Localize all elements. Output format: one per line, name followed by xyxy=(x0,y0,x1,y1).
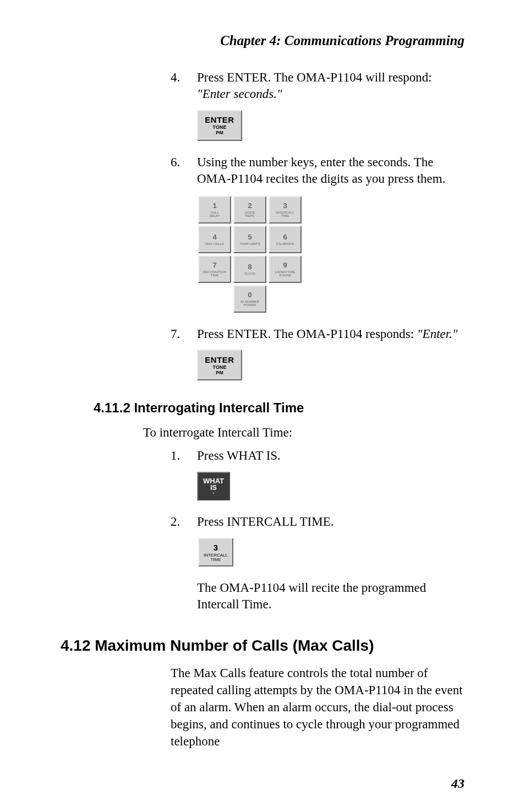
section-4-12-para: The Max Calls feature controls the total… xyxy=(171,664,464,750)
key-5: 5TEMP LIMITS xyxy=(233,226,266,253)
intercall-key-graphic: 3 INTERCALL TIME xyxy=(197,538,464,566)
key-7: 7RECOGNITIONTIME xyxy=(198,255,231,283)
key-6: 6CALIBRATE xyxy=(269,226,302,253)
step-2-result-row: The OMA-P1104 will recite the programmed… xyxy=(171,580,464,613)
digit: 0 xyxy=(248,291,251,299)
l: TIME xyxy=(210,557,221,562)
enter-key-label: ENTER xyxy=(205,115,234,124)
whatis-line2: IS xyxy=(210,485,216,491)
key-label: RECOGNITIONTIME xyxy=(203,270,226,277)
key-label: CLOCK xyxy=(244,272,256,275)
key-label: INTERCALLTIME xyxy=(276,211,294,217)
key-2: 2VOICEREPS xyxy=(233,196,266,224)
key-label: MAX CALLS xyxy=(205,242,224,246)
key-9: 9LISTEN TIMESOUND xyxy=(269,255,302,283)
step-text: Press WHAT IS. xyxy=(197,448,464,464)
enter-key-label: ENTER xyxy=(205,355,234,364)
digit: 7 xyxy=(212,261,216,269)
step-text: Press ENTER. The OMA-P1104 will respond:… xyxy=(197,69,464,102)
digit: 8 xyxy=(248,263,251,271)
chapter-header: Chapter 4: Communications Programming xyxy=(94,33,464,48)
step-text: Press INTERCALL TIME. xyxy=(197,514,464,530)
enter-key-sub2: PM xyxy=(216,130,223,135)
step-number: 4. xyxy=(171,69,197,102)
key-8: 8CLOCK xyxy=(233,255,266,283)
key-4: 4MAX CALLS xyxy=(198,226,231,253)
step-number: 2. xyxy=(171,514,197,530)
enter-key-graphic-2: ENTER TONE PM xyxy=(197,350,464,380)
enter-key: ENTER TONE PM xyxy=(197,350,242,380)
step-7-text: Press ENTER. The OMA-P1104 responds: xyxy=(197,327,417,341)
digit: 9 xyxy=(283,261,287,269)
step-4: 4. Press ENTER. The OMA-P1104 will respo… xyxy=(171,69,464,102)
whatis-key-graphic: WHAT IS * xyxy=(197,472,464,500)
enter-key-sub1: TONE xyxy=(213,125,227,130)
whatis-key: WHAT IS * xyxy=(197,472,230,500)
l: TEMP LIMITS xyxy=(239,242,260,246)
digit: 4 xyxy=(212,233,216,241)
step-text: Using the number keys, enter the seconds… xyxy=(197,154,464,187)
l: SOUND xyxy=(279,274,291,277)
digit: 2 xyxy=(248,201,251,210)
l: REPS xyxy=(245,214,254,217)
digit: 5 xyxy=(248,233,251,241)
step-number: 6. xyxy=(171,154,197,187)
step-2-text: Press INTERCALL TIME. xyxy=(197,515,334,528)
key-label: CALLDELAY xyxy=(209,211,220,217)
step-6: 6. Using the number keys, enter the seco… xyxy=(171,154,464,187)
l: MAX CALLS xyxy=(205,242,224,246)
step-2: 2. Press INTERCALL TIME. xyxy=(171,514,464,530)
intercall-digit: 3 xyxy=(214,543,218,552)
l: POWER xyxy=(244,303,256,307)
l: TIME xyxy=(211,274,218,277)
step-7: 7. Press ENTER. The OMA-P1104 responds: … xyxy=(171,326,464,342)
l: TIME xyxy=(281,214,289,217)
intercall-label: INTERCALL TIME xyxy=(204,553,228,562)
key-label: LISTEN TIMESOUND xyxy=(275,270,296,277)
step-1: 1. Press WHAT IS. xyxy=(171,448,464,464)
l: CALIBRATE xyxy=(276,242,294,246)
enter-key-graphic-1: ENTER TONE PM xyxy=(197,110,464,141)
page-number: 43 xyxy=(451,776,464,791)
step-text: Press ENTER. The OMA-P1104 responds: "En… xyxy=(197,326,464,342)
key-3: 3INTERCALLTIME xyxy=(269,196,302,224)
section-4-12-heading: 4.12 Maximum Number of Calls (Max Calls) xyxy=(61,637,464,655)
step-number: 7. xyxy=(171,326,197,342)
enter-key-sub1: TONE xyxy=(213,365,227,370)
enter-key-sub2: PM xyxy=(216,370,223,375)
digit: 3 xyxy=(283,201,287,210)
key-label: ID NUMBERPOWER xyxy=(240,300,259,307)
key-1: 1CALLDELAY xyxy=(198,196,231,224)
step-4-quote: "Enter seconds." xyxy=(197,87,282,101)
spacer xyxy=(171,580,197,613)
digit: 6 xyxy=(283,233,287,241)
key-label: VOICEREPS xyxy=(245,211,255,217)
enter-key: ENTER TONE PM xyxy=(197,110,242,141)
step-2-result: The OMA-P1104 will recite the programmed… xyxy=(197,580,464,613)
whatis-line3: * xyxy=(212,491,214,496)
key-label: CALIBRATE xyxy=(276,242,294,246)
key-label: TEMP LIMITS xyxy=(239,242,260,246)
step-number: 1. xyxy=(171,448,197,464)
section-4-11-2-intro: To interrogate Intercall Time: xyxy=(143,424,464,441)
step-4-text: Press ENTER. The OMA-P1104 will respond: xyxy=(197,70,432,84)
l: CLOCK xyxy=(244,272,256,275)
l: DELAY xyxy=(209,214,220,217)
step-7-quote: "Enter." xyxy=(417,327,458,341)
intercall-key: 3 INTERCALL TIME xyxy=(198,538,233,566)
section-4-11-2-heading: 4.11.2 Interrogating Intercall Time xyxy=(94,400,464,416)
numeric-keypad: 1CALLDELAY 2VOICEREPS 3INTERCALLTIME 4MA… xyxy=(197,195,464,314)
key-0: 0ID NUMBERPOWER xyxy=(233,285,266,313)
digit: 1 xyxy=(212,201,216,210)
